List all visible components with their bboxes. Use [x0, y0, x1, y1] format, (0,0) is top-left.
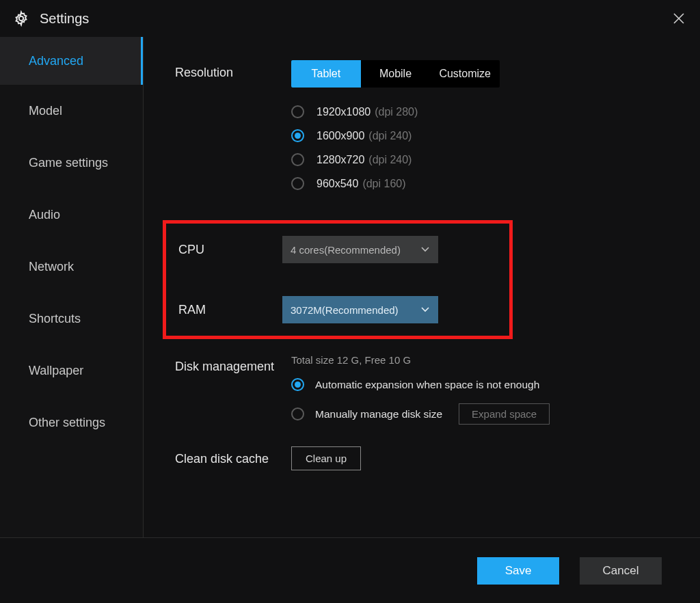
sidebar-item-label: Game settings: [29, 156, 108, 170]
save-button[interactable]: Save: [477, 557, 559, 585]
sidebar-item-label: Other settings: [29, 416, 105, 430]
sidebar-item-label: Advanced: [29, 54, 83, 68]
sidebar-item-model[interactable]: Model: [0, 85, 143, 137]
resolution-dpi: (dpi 160): [362, 178, 405, 190]
tab-label: Mobile: [379, 68, 412, 80]
sidebar-item-label: Shortcuts: [29, 312, 81, 326]
sidebar-item-other-settings[interactable]: Other settings: [0, 397, 143, 448]
sidebar-item-audio[interactable]: Audio: [0, 189, 143, 241]
resolution-label: Resolution: [175, 60, 291, 81]
expand-space-button[interactable]: Expand space: [459, 403, 550, 425]
titlebar: Settings: [0, 0, 700, 37]
radio-icon: [291, 177, 304, 190]
radio-icon: [291, 407, 304, 420]
window-title: Settings: [40, 11, 89, 27]
resolution-dpi: (dpi 240): [368, 154, 412, 166]
resolution-dpi: (dpi 240): [368, 130, 412, 142]
disk-option-label: Manually manage disk size: [315, 408, 442, 420]
footer: Save Cancel: [0, 537, 700, 603]
disk-body: Total size 12 G, Free 10 G Automatic exp…: [291, 354, 693, 437]
resolution-value: 960x540: [317, 178, 358, 190]
row-clean-cache: Clean disk cache Clean up: [175, 451, 693, 467]
sidebar-item-game-settings[interactable]: Game settings: [0, 137, 143, 189]
cpu-dropdown[interactable]: 4 cores(Recommended): [282, 236, 438, 263]
radio-icon: [291, 129, 304, 142]
close-icon: [672, 12, 686, 25]
disk-option-manual[interactable]: Manually manage disk size Expand space: [291, 403, 693, 425]
resolution-option[interactable]: 1920x1080 (dpi 280): [291, 105, 693, 118]
resolution-radio-list: 1920x1080 (dpi 280) 1600x900 (dpi 240) 1…: [291, 105, 693, 190]
highlight-box: CPU 4 cores(Recommended) RAM 3072M(Recom…: [163, 220, 513, 339]
radio-icon: [291, 153, 304, 166]
disk-option-label: Automatic expansion when space is not en…: [315, 379, 539, 391]
disk-radio-list: Automatic expansion when space is not en…: [291, 378, 693, 425]
gear-icon: [12, 10, 30, 27]
resolution-option[interactable]: 1280x720 (dpi 240): [291, 153, 693, 166]
sidebar-item-label: Wallpaper: [29, 364, 83, 378]
clean-cache-label: Clean disk cache: [175, 451, 291, 467]
radio-icon: [291, 105, 304, 118]
sidebar-item-network[interactable]: Network: [0, 241, 143, 293]
tab-label: Tablet: [311, 68, 340, 80]
close-button[interactable]: [670, 10, 688, 27]
resolution-body: Tablet Mobile Customize 1920x1080: [291, 60, 693, 201]
cpu-value: 4 cores(Recommended): [291, 244, 401, 256]
tab-mobile[interactable]: Mobile: [361, 60, 431, 88]
resolution-tabs: Tablet Mobile Customize: [291, 60, 500, 88]
sidebar-item-wallpaper[interactable]: Wallpaper: [0, 345, 143, 397]
settings-window: Settings Advanced Model Game settings Au…: [0, 0, 700, 603]
sidebar-item-label: Model: [29, 104, 62, 118]
chevron-down-icon: [420, 305, 430, 314]
clean-up-button[interactable]: Clean up: [291, 446, 361, 470]
radio-icon: [291, 378, 304, 391]
row-ram: RAM 3072M(Recommended): [178, 296, 489, 323]
cpu-label: CPU: [178, 243, 282, 257]
cancel-button[interactable]: Cancel: [580, 557, 662, 585]
ram-dropdown[interactable]: 3072M(Recommended): [282, 296, 438, 323]
row-resolution: Resolution Tablet Mobile Customize: [175, 60, 693, 201]
disk-label: Disk management: [175, 354, 291, 375]
sidebar-item-advanced[interactable]: Advanced: [0, 37, 143, 85]
resolution-value: 1920x1080: [317, 106, 371, 118]
tab-label: Customize: [439, 68, 491, 80]
row-disk: Disk management Total size 12 G, Free 10…: [175, 354, 693, 437]
svg-point-0: [19, 16, 23, 21]
resolution-value: 1600x900: [317, 130, 364, 142]
ram-value: 3072M(Recommended): [291, 304, 399, 316]
disk-status: Total size 12 G, Free 10 G: [291, 354, 693, 366]
tab-tablet[interactable]: Tablet: [291, 60, 361, 88]
disk-option-auto[interactable]: Automatic expansion when space is not en…: [291, 378, 693, 391]
body-area: Advanced Model Game settings Audio Netwo…: [0, 37, 700, 537]
resolution-dpi: (dpi 280): [375, 106, 418, 118]
sidebar-item-shortcuts[interactable]: Shortcuts: [0, 293, 143, 345]
sidebar-item-label: Network: [29, 260, 74, 274]
resolution-option[interactable]: 1600x900 (dpi 240): [291, 129, 693, 142]
tab-customize[interactable]: Customize: [430, 60, 500, 88]
row-cpu: CPU 4 cores(Recommended): [178, 236, 489, 263]
content-pane: Resolution Tablet Mobile Customize: [144, 37, 700, 537]
chevron-down-icon: [420, 245, 430, 254]
sidebar-item-label: Audio: [29, 208, 60, 222]
resolution-value: 1280x720: [317, 154, 364, 166]
ram-label: RAM: [178, 303, 282, 317]
sidebar: Advanced Model Game settings Audio Netwo…: [0, 37, 144, 537]
resolution-option[interactable]: 960x540 (dpi 160): [291, 177, 693, 190]
